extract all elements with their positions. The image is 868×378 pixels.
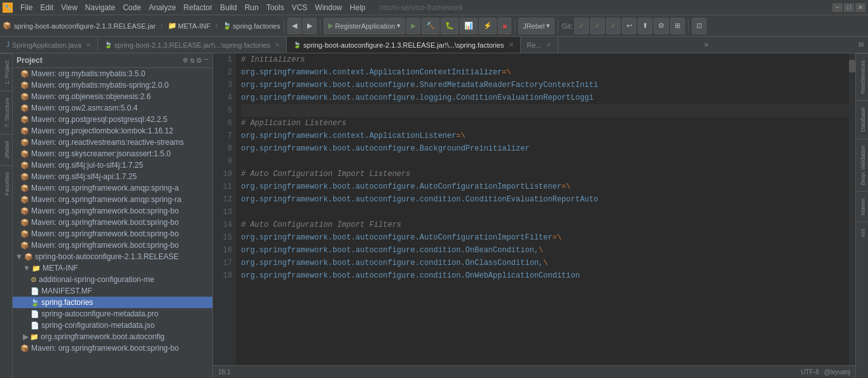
tree-item-boot3[interactable]: 📦 Maven: org.springframework.boot:spring… (13, 228, 212, 240)
factories-icon: 🍃 (31, 299, 39, 307)
tree-item-jul-slf4j[interactable]: 📦 Maven: org.slf4j:jul-to-slf4j:1.7.25 (13, 159, 212, 171)
menu-help[interactable]: Help (346, 2, 369, 13)
menu-view[interactable]: View (57, 2, 81, 13)
tab-re[interactable]: Re... ✕ (521, 37, 558, 53)
right-tab-database[interactable]: Database (856, 100, 868, 138)
vertical-scrollbar[interactable] (849, 53, 855, 365)
left-tab-structure[interactable]: 7: Structure (0, 91, 12, 134)
run-config-button[interactable]: ▶ RegisterApplication ▾ (324, 18, 406, 34)
layout-button[interactable]: ⊡ (692, 18, 706, 34)
git-label: Git: (561, 22, 572, 30)
tab-spring-boot-factories[interactable]: 🍃 spring-boot-2.1.3.RELEASE.jar!\...\spr… (98, 37, 287, 53)
sync-icon[interactable]: ⇅ (190, 55, 195, 65)
coverage-button[interactable]: 📊 (460, 18, 478, 34)
back-button[interactable]: ◀ (287, 18, 301, 34)
menu-window[interactable]: Window (311, 2, 346, 13)
line-num-3: 3 (213, 79, 232, 91)
jrebel-label: JRebel (523, 22, 544, 30)
tree-item-mybatis-spring[interactable]: 📦 Maven: org.mybatis:mybatis-spring:2.0.… (13, 79, 212, 91)
tab-more-button[interactable]: » (700, 37, 712, 53)
tree-item-mybatis[interactable]: 📦 Maven: org.mybatis:mybatis:3.5.0 (13, 68, 212, 79)
meta-inf-label: META-INF (178, 22, 210, 30)
menu-file[interactable]: File (17, 2, 36, 13)
left-tab-jrebel[interactable]: JRebel (0, 134, 12, 165)
tree-item-additional-config[interactable]: ⚙ additional-spring-configuration-me (13, 274, 212, 285)
jrebel-button[interactable]: JRebel ▾ (518, 18, 555, 34)
menu-refactor[interactable]: Refactor (180, 2, 216, 13)
line-num-1: 1 (213, 53, 232, 66)
code-editor[interactable]: # Initializers org.springframework.conte… (236, 53, 849, 365)
git-undo-button[interactable]: ↩ (622, 18, 637, 34)
code-line-18: org.springframework.boot.autoconfigure.c… (241, 269, 849, 282)
tree-item-objenesis[interactable]: 📦 Maven: org.objenesis:objenesis:2.6 (13, 91, 212, 102)
profile-button[interactable]: ⚡ (479, 18, 497, 34)
tab-close-1[interactable]: ✕ (86, 41, 91, 48)
tab-autoconfigure-factories[interactable]: 🍃 spring-boot-autoconfigure-2.1.3.RELEAS… (287, 37, 521, 53)
tree-item-postgresql[interactable]: 📦 Maven: org.postgresql:postgresql:42.2.… (13, 114, 212, 125)
right-tab-maven[interactable]: Maven (856, 191, 868, 222)
line-num-2: 2 (213, 66, 232, 79)
tree-item-boot4[interactable]: 📦 Maven: org.springframework.boot:spring… (13, 240, 212, 251)
tree-item-meta-inf[interactable]: ▼ 📁 META-INF (13, 262, 212, 274)
left-tab-favorites[interactable]: Favorites (0, 165, 12, 202)
tree-item-config-meta[interactable]: 📄 spring-configuration-metadata.jso (13, 320, 212, 331)
menu-tools[interactable]: Tools (263, 2, 288, 13)
tree-item-boot-last[interactable]: 📦 Maven: org.springframework.boot:spring… (13, 342, 212, 354)
tab-close-3[interactable]: ✕ (509, 41, 514, 48)
expand-icon[interactable]: ⊟ (857, 40, 865, 50)
line-num-15: 15 (213, 231, 232, 244)
git-terminal-button[interactable]: ⊞ (670, 18, 685, 34)
tab-close-4[interactable]: ✕ (546, 41, 551, 48)
stop-button[interactable]: ■ (498, 18, 511, 34)
menu-run[interactable]: Run (241, 2, 263, 13)
add-icon[interactable]: ⊕ (183, 55, 188, 65)
menu-code[interactable]: Code (119, 2, 145, 13)
run-config-icon: ▶ (328, 22, 333, 30)
tree-item-jar[interactable]: ▼ 📦 spring-boot-autoconfigure-2.1.3.RELE… (13, 251, 212, 262)
tree-item-asm[interactable]: 📦 Maven: org.ow2.asm:asm:5.0.4 (13, 102, 212, 114)
tree-item-amqp2[interactable]: 📦 Maven: org.springframework.amqp:spring… (13, 194, 212, 205)
forward-button[interactable]: ▶ (303, 18, 317, 34)
maven-icon-last: 📦 (20, 344, 29, 353)
right-tab-ant[interactable]: Ant (856, 222, 868, 244)
git-settings-button[interactable]: ⚙ (654, 18, 669, 34)
tree-item-spring-factories[interactable]: 🍃 spring.factories (13, 297, 212, 308)
menu-build[interactable]: Build (216, 2, 241, 13)
settings-icon[interactable]: ⚙ (196, 55, 202, 65)
folder-boot-icon: 📁 (30, 333, 39, 341)
tab-close-2[interactable]: ✕ (275, 41, 280, 48)
tree-item-boot2[interactable]: 📦 Maven: org.springframework.boot:spring… (13, 217, 212, 228)
maven-icon10: 📦 (20, 173, 29, 181)
maximize-button[interactable]: □ (844, 3, 854, 12)
tree-item-org-boot-autoconfig[interactable]: ▶ 📁 org.springframework.boot.autoconfig (13, 331, 212, 342)
tree-item-manifest[interactable]: 📄 MANIFEST.MF (13, 285, 212, 297)
tree-item-boot1[interactable]: 📦 Maven: org.springframework.boot:spring… (13, 205, 212, 217)
git-check-button[interactable]: ✓ (574, 18, 589, 34)
tree-item-reactivestreams[interactable]: 📦 Maven: org.reactivestreams:reactive-st… (13, 137, 212, 148)
menu-analyze[interactable]: Analyze (145, 2, 180, 13)
run-button[interactable]: ▶ (406, 18, 420, 34)
menu-edit[interactable]: Edit (36, 2, 57, 13)
git-push-button[interactable]: ⬆ (638, 18, 652, 34)
git-check2-button[interactable]: ✓ (590, 18, 605, 34)
tree-item-jsonassert[interactable]: 📦 Maven: org.skyscreamer:jsonassert:1.5.… (13, 148, 212, 159)
right-tab-rest-services[interactable]: RestServices (856, 53, 868, 100)
debug-button[interactable]: 🐛 (441, 18, 458, 34)
minimize-button[interactable]: − (832, 3, 843, 12)
build-button[interactable]: 🔨 (422, 18, 439, 34)
menu-navigate[interactable]: Navigate (81, 2, 119, 13)
maven-icon14: 📦 (20, 219, 29, 227)
tree-item-autoconfigure-meta[interactable]: 📄 spring-autoconfigure-metadata.pro (13, 308, 212, 320)
tree-item-slf4j-api[interactable]: 📦 Maven: org.slf4j:slf4j-api:1.7.25 (13, 171, 212, 182)
tree-item-lombok[interactable]: 📦 Maven: org.projectlombok:lombok:1.16.1… (13, 125, 212, 137)
tree-item-amqp1[interactable]: 📦 Maven: org.springframework.amqp:spring… (13, 182, 212, 194)
right-tab-bean-validation[interactable]: Bean Validation (856, 138, 868, 191)
close-button[interactable]: ✕ (855, 3, 865, 12)
menu-vcs[interactable]: VCS (288, 2, 312, 13)
collapse-icon[interactable]: − (203, 55, 209, 65)
tab-spring-application[interactable]: J SpringApplication.java ✕ (0, 37, 98, 53)
left-tab-project[interactable]: 1: Project (0, 53, 12, 91)
scrollbar-thumb[interactable] (849, 60, 855, 72)
menu-bar: 🔧 File Edit View Navigate Code Analyze R… (0, 0, 868, 15)
git-check3-button[interactable]: ✓ (606, 18, 621, 34)
